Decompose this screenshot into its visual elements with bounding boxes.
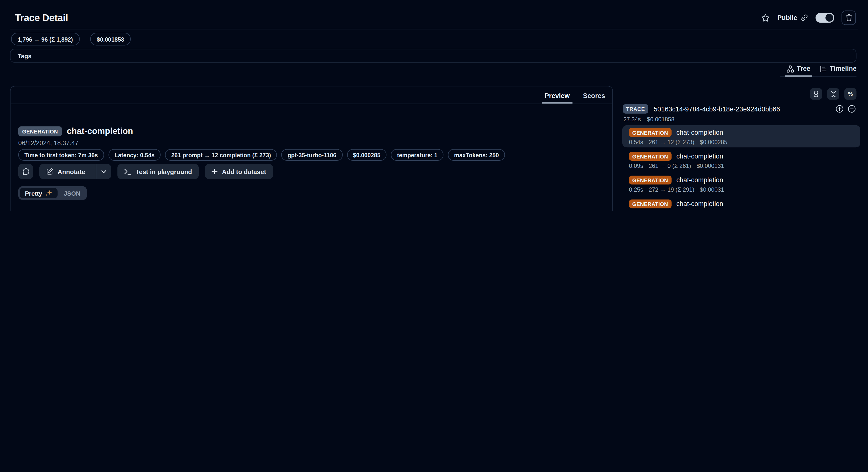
tags-label: Tags <box>18 52 32 59</box>
meta-badge-latency: Latency: 0.54s <box>108 149 161 161</box>
tree-observation-item[interactable]: GENERATION chat-completion 0.09s 261 → 0… <box>622 149 860 171</box>
observation-list: GENERATION chat-completion 0.54s 261 → 1… <box>622 125 860 211</box>
plus-icon <box>211 168 217 175</box>
generation-type-badge: GENERATION <box>629 128 671 137</box>
trace-root-row[interactable]: TRACE 50163c14-9784-4cb9-b18e-23e924d0bb… <box>623 104 856 114</box>
item-latency: 0.09s <box>629 163 643 169</box>
header-divider <box>10 29 858 29</box>
tab-preview-label: Preview <box>545 92 570 99</box>
item-tokens: 272 → 19 (Σ 291) <box>649 186 694 193</box>
page-header: Trace Detail Public <box>15 8 856 28</box>
comment-bubble-icon <box>22 168 29 175</box>
item-tokens: 261 → 12 (Σ 273) <box>649 139 694 145</box>
toggle-metrics-button[interactable]: % <box>844 88 856 100</box>
add-to-dataset-button[interactable]: Add to dataset <box>205 164 273 179</box>
trace-id: 50163c14-9784-4cb9-b18e-23e924d0bb66 <box>654 105 780 113</box>
preview-tabbar: Preview Scores <box>11 86 612 104</box>
collapse-all-button[interactable] <box>827 88 839 100</box>
format-pretty-button[interactable]: Pretty <box>20 188 58 199</box>
tab-tree-label: Tree <box>797 65 810 72</box>
trace-cost-badge: $0.001858 <box>90 33 131 45</box>
annotate-label: Annotate <box>58 168 85 175</box>
collapse-node-icon[interactable] <box>848 105 856 113</box>
meta-badge-maxtokens: maxTokens: 250 <box>448 149 505 161</box>
award-icon <box>813 90 819 97</box>
item-cost: $0.000285 <box>700 139 727 145</box>
trace-latency: 27.34s <box>623 116 641 123</box>
observation-item-name: chat-completion <box>676 200 723 208</box>
tab-timeline[interactable]: Timeline <box>820 65 857 77</box>
item-cost: $0.000131 <box>696 163 724 169</box>
item-latency: 0.25s <box>629 210 643 211</box>
trash-icon <box>845 14 852 22</box>
public-label: Public <box>777 14 797 22</box>
item-tokens: 261 → 0 (Σ 261) <box>649 163 691 169</box>
public-link-icon[interactable] <box>801 14 808 22</box>
meta-badge-cost: $0.000285 <box>347 149 386 161</box>
format-json-button[interactable]: JSON <box>59 188 85 199</box>
tab-preview[interactable]: Preview <box>545 92 570 104</box>
item-latency: 0.25s <box>629 186 643 193</box>
observation-preview-card: Preview Scores GENERATION chat-completio… <box>10 86 613 211</box>
generation-type-badge: GENERATION <box>629 200 671 208</box>
add-to-dataset-label: Add to dataset <box>222 168 266 175</box>
generation-type-badge: GENERATION <box>629 176 671 184</box>
tab-scores[interactable]: Scores <box>583 92 605 104</box>
public-toggle[interactable] <box>815 12 834 23</box>
meta-badge-temperature: temperature: 1 <box>391 149 443 161</box>
terminal-icon <box>124 168 131 175</box>
comments-button[interactable] <box>18 164 33 179</box>
observation-detail: GENERATION chat-completion 06/12/2024, 1… <box>11 104 612 211</box>
trace-total-cost: $0.001858 <box>647 116 675 123</box>
tree-observation-item[interactable]: GENERATION chat-completion 0.25s 272 → 1… <box>622 173 860 195</box>
chevron-down-icon <box>101 170 106 173</box>
expand-all-icon[interactable] <box>835 105 844 113</box>
tree-panel-actions: % <box>810 88 856 100</box>
tags-container[interactable]: Tags <box>10 49 856 63</box>
playground-label: Test in playground <box>135 168 192 175</box>
meta-badge-tokens: 261 prompt → 12 completion (Σ 273) <box>165 149 277 161</box>
meta-badge-ttft: Time to first token: 7m 36s <box>18 149 104 161</box>
star-icon[interactable] <box>761 13 770 23</box>
tree-observation-item[interactable]: GENERATION chat-completion 0.25s 303 → 1… <box>622 197 860 211</box>
observation-meta-badges: Time to first token: 7m 36s Latency: 0.5… <box>18 149 505 161</box>
item-cost: $0.00031 <box>700 186 724 193</box>
meta-badge-model: gpt-35-turbo-1106 <box>282 149 342 161</box>
sparkles-icon <box>45 189 53 197</box>
trace-stats: 27.34s $0.001858 <box>623 116 674 123</box>
observation-actions: Annotate Test in playground Add to datas… <box>18 164 273 179</box>
observation-item-name: chat-completion <box>676 176 723 184</box>
collapse-vertical-icon <box>830 91 836 97</box>
delete-trace-button[interactable] <box>841 11 856 25</box>
view-tabs: Tree Timeline <box>780 65 857 77</box>
toggle-knob <box>826 14 833 22</box>
generation-type-badge: GENERATION <box>629 152 671 161</box>
item-cost: $0.000341 <box>700 210 727 211</box>
tab-scores-label: Scores <box>583 92 605 99</box>
tree-observation-item[interactable]: GENERATION chat-completion 0.54s 261 → 1… <box>622 125 860 148</box>
observation-item-name: chat-completion <box>676 152 723 160</box>
tab-tree[interactable]: Tree <box>786 65 810 77</box>
annotate-pen-icon <box>46 168 53 175</box>
tab-timeline-label: Timeline <box>830 65 856 72</box>
observation-timestamp: 06/12/2024, 18:37:47 <box>18 140 79 146</box>
trace-summary-badges: 1,796 → 96 (Σ 1,892) $0.001858 <box>11 33 131 45</box>
page-title: Trace Detail <box>15 12 68 24</box>
annotate-button[interactable]: Annotate <box>39 164 111 179</box>
item-tokens: 303 → 19 (Σ 322) <box>649 210 694 211</box>
observation-type-badge: GENERATION <box>18 126 62 136</box>
format-pretty-label: Pretty <box>25 190 42 196</box>
trace-tokens-badge: 1,796 → 96 (Σ 1,892) <box>11 33 80 45</box>
tree-icon <box>786 65 794 72</box>
test-in-playground-button[interactable]: Test in playground <box>117 164 199 179</box>
timeline-icon <box>820 65 827 72</box>
annotate-dropdown-button[interactable] <box>96 164 111 179</box>
trace-type-badge: TRACE <box>623 104 648 114</box>
trace-detail-page: Trace Detail Public 1,796 → 96 (Σ 1,892)… <box>0 0 868 211</box>
scores-award-button[interactable] <box>810 88 822 100</box>
format-toggle: Pretty JSON <box>18 186 87 200</box>
observation-name: chat-completion <box>67 126 133 136</box>
observation-item-name: chat-completion <box>676 128 723 136</box>
item-latency: 0.54s <box>629 139 643 145</box>
